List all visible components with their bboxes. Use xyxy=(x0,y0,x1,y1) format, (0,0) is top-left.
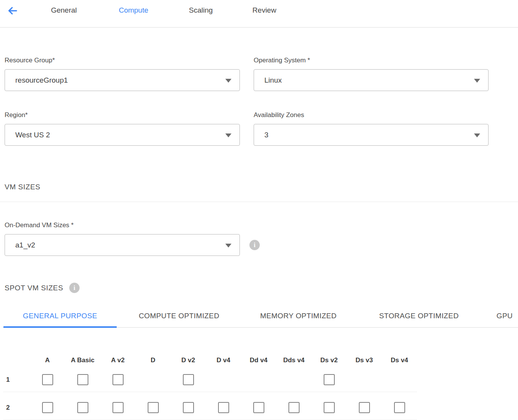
chevron-down-icon xyxy=(225,133,231,137)
info-icon[interactable]: i xyxy=(249,240,260,250)
row-number: 2 xyxy=(3,401,30,414)
table-cell xyxy=(171,401,206,414)
table-cell xyxy=(135,401,171,414)
availability-zones-label: Availability Zones xyxy=(254,111,489,119)
table-cell xyxy=(206,401,241,414)
vm-size-checkbox[interactable] xyxy=(42,374,53,385)
table-cell xyxy=(382,373,417,386)
column-header: D v2 xyxy=(171,357,206,364)
vm-size-checkbox[interactable] xyxy=(112,374,124,385)
table-cell xyxy=(241,373,276,386)
column-header: Dds v4 xyxy=(276,357,311,364)
column-header: A v2 xyxy=(100,357,135,364)
chevron-down-icon xyxy=(474,133,480,137)
vm-size-checkbox[interactable] xyxy=(324,402,335,413)
field-resource-group: Resource Group* resourceGroup1 xyxy=(5,56,240,91)
table-cell xyxy=(311,401,347,414)
tab-storage-optimized[interactable]: STORAGE OPTIMIZED xyxy=(356,311,482,321)
column-header: D v4 xyxy=(206,357,241,364)
tab-review[interactable]: Review xyxy=(249,6,280,15)
table-cell xyxy=(241,401,276,414)
table-cell xyxy=(311,373,347,386)
row-number: 1 xyxy=(3,373,30,386)
column-header: Dd v4 xyxy=(241,357,276,364)
column-header: Ds v3 xyxy=(347,357,382,364)
table-cell xyxy=(382,401,417,414)
region-select[interactable]: West US 2 xyxy=(5,124,240,146)
table-cell xyxy=(135,373,171,386)
table-cell xyxy=(100,373,135,386)
vm-size-checkbox[interactable] xyxy=(253,402,264,413)
resource-group-select[interactable]: resourceGroup1 xyxy=(5,69,240,91)
vm-size-checkbox[interactable] xyxy=(77,374,88,385)
tab-general-purpose[interactable]: GENERAL PURPOSE xyxy=(3,311,117,321)
tab-compute-optimized[interactable]: COMPUTE OPTIMIZED xyxy=(117,311,241,321)
vm-size-checkbox[interactable] xyxy=(42,402,53,413)
table-cell xyxy=(65,373,100,386)
operating-system-label: Operating System * xyxy=(254,56,489,64)
tab-compute[interactable]: Compute xyxy=(114,6,153,15)
on-demand-vm-sizes-label: On-Demand VM Sizes * xyxy=(5,221,518,229)
tab-scaling[interactable]: Scaling xyxy=(186,6,216,15)
table-cell xyxy=(347,373,382,386)
tab-general[interactable]: General xyxy=(47,6,81,15)
vm-size-checkbox[interactable] xyxy=(112,402,124,413)
vm-size-checkbox[interactable] xyxy=(288,402,300,413)
on-demand-vm-sizes-select[interactable]: a1_v2 xyxy=(5,234,240,256)
resource-group-label: Resource Group* xyxy=(5,56,240,64)
operating-system-select[interactable]: Linux xyxy=(254,69,489,91)
wizard-header: General Compute Scaling Review xyxy=(0,0,518,28)
vm-size-checkbox[interactable] xyxy=(324,374,335,385)
field-availability-zones: Availability Zones 3 xyxy=(254,111,489,146)
vm-size-checkbox[interactable] xyxy=(359,402,370,413)
availability-zones-value: 3 xyxy=(264,131,269,139)
table-cell xyxy=(276,373,311,386)
vm-size-checkbox[interactable] xyxy=(218,402,229,413)
region-value: West US 2 xyxy=(15,131,50,139)
table-cell xyxy=(171,373,206,386)
table-row: 2 xyxy=(3,392,417,420)
column-header: D xyxy=(135,357,171,364)
field-on-demand-vm-sizes: On-Demand VM Sizes * a1_v2 i xyxy=(5,221,518,256)
tab-memory-optimized[interactable]: MEMORY OPTIMIZED xyxy=(241,311,356,321)
region-label: Region* xyxy=(5,111,240,119)
section-divider xyxy=(0,202,518,202)
table-header-row: AA BasicA v2DD v2D v4Dd v4Dds v4Ds v2Ds … xyxy=(3,357,417,364)
spot-vm-sizes-heading: SPOT VM SIZES i xyxy=(5,283,518,293)
compute-form: Resource Group* resourceGroup1 Operating… xyxy=(5,56,489,146)
chevron-down-icon xyxy=(225,79,231,83)
table-cell xyxy=(100,401,135,414)
chevron-down-icon xyxy=(225,244,231,247)
spot-category-tabs: GENERAL PURPOSE COMPUTE OPTIMIZED MEMORY… xyxy=(3,311,518,328)
field-region: Region* West US 2 xyxy=(5,111,240,146)
table-row: 1 xyxy=(3,373,417,392)
table-cell xyxy=(276,401,311,414)
vm-size-checkbox[interactable] xyxy=(183,402,194,413)
vm-sizes-heading: VM SIZES xyxy=(5,182,518,191)
availability-zones-select[interactable]: 3 xyxy=(254,124,489,146)
tab-gpu[interactable]: GPU xyxy=(482,311,518,321)
wizard-step-tabs: General Compute Scaling Review xyxy=(47,5,280,15)
vm-size-checkbox[interactable] xyxy=(148,402,159,413)
column-header: A Basic xyxy=(65,357,100,364)
on-demand-vm-sizes-value: a1_v2 xyxy=(15,241,35,249)
table-cell xyxy=(206,373,241,386)
vm-size-table: AA BasicA v2DD v2D v4Dd v4Dds v4Ds v2Ds … xyxy=(3,357,417,420)
field-operating-system: Operating System * Linux xyxy=(254,56,489,91)
operating-system-value: Linux xyxy=(264,76,282,85)
table-cell xyxy=(347,401,382,414)
column-header: Ds v4 xyxy=(382,357,417,364)
table-cell xyxy=(65,401,100,414)
resource-group-value: resourceGroup1 xyxy=(15,76,68,85)
info-icon[interactable]: i xyxy=(69,283,80,293)
page: { "colors": { "accent_blue": "#3e86f5", … xyxy=(0,0,518,420)
arrow-left-icon xyxy=(7,5,18,16)
chevron-down-icon xyxy=(474,79,480,83)
vm-size-checkbox[interactable] xyxy=(183,374,194,385)
vm-size-checkbox[interactable] xyxy=(394,402,405,413)
vm-size-checkbox[interactable] xyxy=(77,402,88,413)
column-header: Ds v2 xyxy=(311,357,347,364)
table-cell xyxy=(30,373,65,386)
back-button[interactable] xyxy=(6,5,19,16)
spot-vm-sizes-title: SPOT VM SIZES xyxy=(5,284,63,292)
